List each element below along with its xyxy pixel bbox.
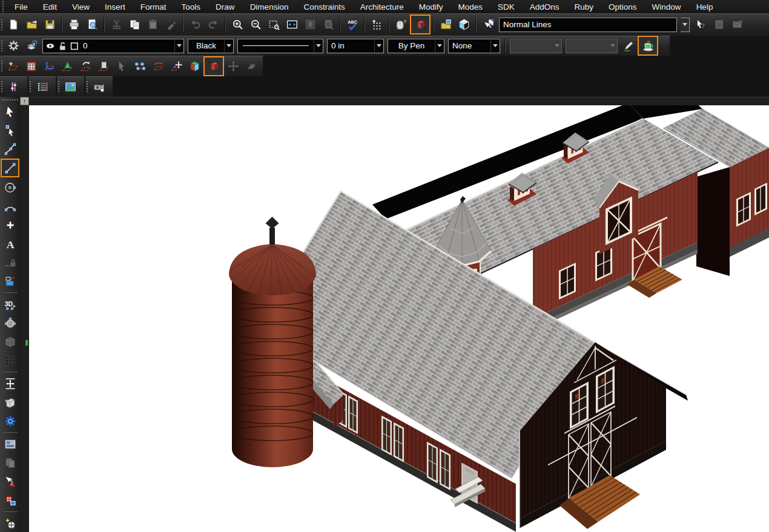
select-workplane-icon[interactable] <box>113 57 131 75</box>
menu-edit[interactable]: Edit <box>38 1 62 13</box>
chevron-down-icon[interactable] <box>224 39 233 53</box>
chevron-down-icon[interactable] <box>314 39 323 53</box>
tool-options-icon[interactable] <box>4 78 22 96</box>
text-icon[interactable]: A <box>1 235 19 252</box>
chevron-down-icon[interactable] <box>435 39 444 53</box>
mouse-coordinates-icon[interactable]: Yx <box>392 16 410 33</box>
workplane-facet-icon[interactable] <box>58 57 76 75</box>
sphere-icon[interactable] <box>1 314 19 332</box>
material-style-icon[interactable] <box>638 36 658 56</box>
menu-window[interactable]: Window <box>647 1 687 13</box>
zoom-window-icon[interactable] <box>265 16 283 33</box>
menu-tools[interactable]: Tools <box>176 1 206 13</box>
drawing-paper[interactable] <box>29 105 769 532</box>
extrude-prism-icon[interactable] <box>1 393 19 411</box>
layers-icon[interactable] <box>22 37 41 54</box>
3d-box-icon[interactable] <box>1 333 19 350</box>
send-mail-icon[interactable] <box>728 16 746 33</box>
menu-format[interactable]: Format <box>135 1 172 13</box>
style-pencil-icon[interactable] <box>619 37 638 54</box>
print-preview-icon[interactable] <box>83 16 101 33</box>
select-icon[interactable] <box>1 102 19 120</box>
full-view-icon[interactable] <box>301 16 319 33</box>
layer-combo[interactable]: 0 <box>42 39 184 53</box>
menu-constraints[interactable]: Constraints <box>298 1 350 13</box>
polyline-icon[interactable] <box>1 140 19 157</box>
chevron-down-icon[interactable] <box>490 39 500 53</box>
menu-draw[interactable]: Draw <box>210 1 240 13</box>
new-icon[interactable] <box>4 16 22 33</box>
point-icon[interactable] <box>1 216 19 234</box>
pan-icon[interactable] <box>1 375 19 392</box>
facet-3d-icon[interactable] <box>185 57 203 75</box>
materials-icon[interactable] <box>61 78 79 96</box>
toolbar-grip[interactable] <box>2 1 5 12</box>
redo-icon[interactable] <box>204 16 222 33</box>
menu-insert[interactable]: Insert <box>99 1 131 13</box>
rotate-workplane-icon[interactable] <box>149 57 167 75</box>
menu-addons[interactable]: AddOns <box>524 1 565 13</box>
workplane-axes-icon[interactable] <box>40 57 58 75</box>
menu-view[interactable]: View <box>67 1 95 13</box>
menu-options[interactable]: Options <box>603 1 642 13</box>
open-icon[interactable] <box>22 16 41 33</box>
selection-info-icon[interactable] <box>33 78 51 96</box>
render-mode-icon[interactable] <box>410 15 431 34</box>
color-combo[interactable]: Black <box>188 39 234 53</box>
menu-modes[interactable]: Modes <box>452 1 488 13</box>
save-icon[interactable] <box>41 16 59 33</box>
menu-help[interactable]: Help <box>691 1 719 13</box>
undo-icon[interactable] <box>186 16 204 33</box>
line-icon[interactable] <box>1 159 19 177</box>
workplane-new-icon[interactable] <box>4 57 22 75</box>
zoom-in-icon[interactable] <box>228 16 246 33</box>
copy-icon[interactable] <box>125 16 144 33</box>
menu-file[interactable]: File <box>9 1 33 13</box>
properties-gear-icon[interactable] <box>4 37 22 54</box>
menu-ruby[interactable]: Ruby <box>569 1 599 13</box>
help-pointer-icon[interactable]: ? <box>691 16 710 33</box>
chevron-down-icon[interactable] <box>174 39 183 53</box>
insert-block-icon[interactable] <box>1 491 19 509</box>
format-brush-icon[interactable] <box>162 16 180 33</box>
drawing-canvas[interactable]: ↑ <box>20 97 769 532</box>
circle-icon[interactable] <box>1 179 19 196</box>
edit-nodes-icon[interactable] <box>131 57 149 75</box>
open-palette-icon[interactable] <box>437 16 455 33</box>
pick-3d-icon[interactable] <box>1 473 19 490</box>
camera-position-icon[interactable] <box>90 78 108 96</box>
menu-architecture[interactable]: Architecture <box>355 1 409 13</box>
boolean-gear-icon[interactable] <box>1 412 19 430</box>
pen-combo[interactable]: By Pen <box>388 39 444 53</box>
workplane-back-icon[interactable] <box>76 57 94 75</box>
chevron-down-icon[interactable] <box>374 39 383 53</box>
menu-modify[interactable]: Modify <box>414 1 449 13</box>
dimension-icon[interactable] <box>1 254 19 271</box>
menu-dimension[interactable]: Dimension <box>245 1 294 13</box>
address-book-icon[interactable] <box>710 16 728 33</box>
cut-icon[interactable] <box>107 16 125 33</box>
hatch-icon[interactable] <box>1 272 19 290</box>
style-combo[interactable]: Normal Lines <box>499 18 677 32</box>
copy-entities-icon[interactable] <box>1 454 19 471</box>
arc-icon[interactable] <box>1 197 19 215</box>
zoom-extents-icon[interactable] <box>283 16 301 33</box>
menu-sdk[interactable]: SDK <box>492 1 520 13</box>
toolbar-grip[interactable] <box>2 99 18 100</box>
origin-up-arrow-icon[interactable]: ↑ <box>20 97 29 105</box>
3d-tools-icon[interactable]: 3D <box>1 295 19 313</box>
erase-disabled-icon[interactable] <box>242 57 260 75</box>
point-array-icon[interactable] <box>1 352 19 369</box>
print-icon[interactable] <box>65 16 83 33</box>
fill-combo[interactable]: None <box>448 39 500 53</box>
line-style-combo[interactable] <box>237 39 323 53</box>
style-combo-dropdown[interactable] <box>681 18 690 32</box>
snap-grid-icon[interactable] <box>368 16 386 33</box>
zoom-out-icon[interactable] <box>246 16 265 33</box>
zoom-page-icon[interactable] <box>319 16 337 33</box>
pick-page-icon[interactable] <box>479 16 497 33</box>
render-mode-icon[interactable] <box>203 56 224 76</box>
3d-view-cube-icon[interactable] <box>455 16 473 33</box>
viewport-icon[interactable] <box>1 435 19 453</box>
render-light-icon[interactable] <box>1 514 19 532</box>
